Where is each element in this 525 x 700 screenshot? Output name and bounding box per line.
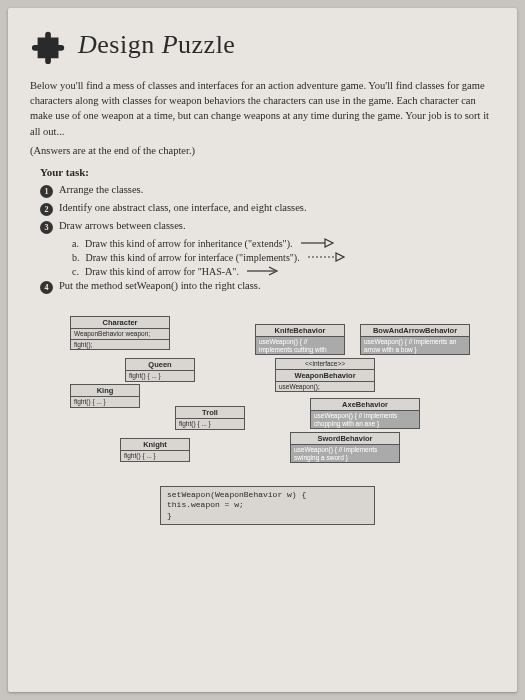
header: Design Puzzle	[30, 26, 495, 64]
subtask-b: b. Draw this kind of arrow for interface…	[72, 252, 495, 263]
task-item-4: 4 Put the method setWeapon() into the ri…	[40, 280, 495, 294]
hasa-arrow-icon	[245, 266, 281, 276]
badge-3: 3	[40, 221, 53, 234]
task-text: Arrange the classes.	[59, 184, 143, 195]
uml-axe: AxeBehavior useWeapon() { // implements …	[310, 398, 420, 430]
answers-note: (Answers are at the end of the chapter.)	[30, 145, 495, 156]
task-text: Put the method setWeapon() into the righ…	[59, 280, 261, 291]
subtask-list: a. Draw this kind of arrow for inheritan…	[72, 238, 495, 277]
uml-knife: KnifeBehavior useWeapon() { // implement…	[255, 324, 345, 356]
badge-2: 2	[40, 203, 53, 216]
uml-diagram: Character WeaponBehavior weapon; fight()…	[30, 316, 495, 576]
task-text: Draw arrows between classes.	[59, 220, 186, 231]
badge-1: 1	[40, 185, 53, 198]
uml-character: Character WeaponBehavior weapon; fight()…	[70, 316, 170, 351]
task-list-cont: 4 Put the method setWeapon() into the ri…	[40, 280, 495, 294]
page: Design Puzzle Below you'll find a mess o…	[8, 8, 517, 692]
uml-troll: Troll fight() { ... }	[175, 406, 245, 430]
page-title: Design Puzzle	[78, 30, 235, 60]
uml-sword: SwordBehavior useWeapon() { // implement…	[290, 432, 400, 464]
task-heading: Your task:	[40, 166, 495, 178]
uml-weaponbehavior: <<interface>> WeaponBehavior useWeapon()…	[275, 358, 375, 393]
task-item-3: 3 Draw arrows between classes.	[40, 220, 495, 234]
task-list: 1 Arrange the classes. 2 Identify one ab…	[40, 184, 495, 234]
extends-arrow-icon	[299, 238, 335, 248]
subtask-a: a. Draw this kind of arrow for inheritan…	[72, 238, 495, 249]
svg-marker-3	[336, 253, 344, 261]
intro-text: Below you'll find a mess of classes and …	[30, 78, 495, 139]
uml-bow: BowAndArrowBehavior useWeapon() { // imp…	[360, 324, 470, 356]
task-text: Identify one abstract class, one interfa…	[59, 202, 307, 213]
subtask-c: c. Draw this kind of arrow for "HAS-A".	[72, 266, 495, 277]
code-setweapon: setWeapon(WeaponBehavior w) { this.weapo…	[160, 486, 375, 525]
puzzle-piece-icon	[30, 26, 68, 64]
badge-4: 4	[40, 281, 53, 294]
uml-queen: Queen fight() { ... }	[125, 358, 195, 382]
uml-king: King fight() { ... }	[70, 384, 140, 408]
implements-arrow-icon	[306, 252, 348, 262]
svg-marker-1	[325, 239, 333, 247]
uml-knight: Knight fight() { ... }	[120, 438, 190, 462]
task-item-2: 2 Identify one abstract class, one inter…	[40, 202, 495, 216]
task-item-1: 1 Arrange the classes.	[40, 184, 495, 198]
